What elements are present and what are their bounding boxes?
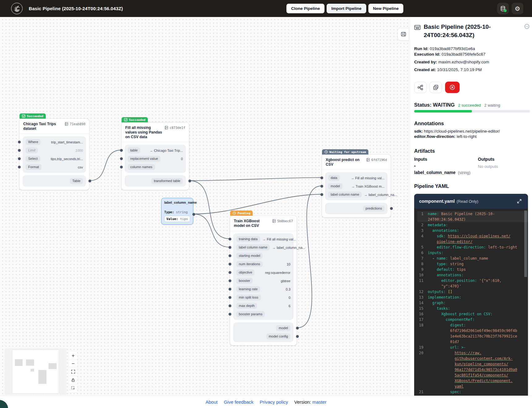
editor-scrollbar[interactable] (524, 210, 527, 277)
param-label: learning rate (236, 286, 260, 292)
version-link[interactable]: master (312, 399, 327, 405)
input-handle[interactable] (229, 246, 231, 249)
fit-view-button[interactable] (69, 368, 77, 376)
pipeline-node-xgb[interactable]: Waiting for upstreamXgboost predict on C… (322, 154, 391, 218)
param-label: booster params (236, 311, 265, 317)
input-handle[interactable] (229, 271, 231, 274)
input-handle[interactable] (18, 157, 21, 160)
zoom-in-button[interactable]: + (69, 352, 77, 360)
input-handle[interactable] (120, 166, 123, 168)
component-hash: 71eab890 (65, 122, 85, 126)
pipeline-node-fill[interactable]: SucceededFill all missing values using P… (121, 122, 189, 190)
input-handle[interactable] (229, 296, 231, 299)
minimap-node (26, 359, 34, 366)
zoom-out-button[interactable]: − (69, 360, 77, 368)
line-number: 8 (417, 261, 428, 267)
input-handle[interactable] (229, 254, 231, 257)
line-number (417, 328, 428, 345)
app-logo-icon[interactable] (11, 3, 23, 14)
status-badge: Pending (230, 210, 253, 216)
privacy-policy-link[interactable]: Privacy policy (260, 399, 288, 405)
output-handle[interactable] (188, 180, 191, 182)
line-number: 19 (417, 345, 428, 350)
param-value: gbtree (278, 279, 290, 283)
input-handle[interactable] (229, 313, 231, 316)
code-line: 20https://raw.​githubusercontent.com/​Ar… (417, 350, 528, 389)
component-hash: 5b8bec67 (272, 219, 293, 223)
component-hash: 6fd7196d (366, 158, 387, 162)
input-handle[interactable] (120, 149, 123, 152)
input-node-title: label_column_name (164, 201, 190, 204)
input-handle[interactable] (18, 166, 21, 168)
output-row: transformed table (128, 178, 183, 184)
input-handle[interactable] (229, 304, 231, 307)
input-handle[interactable] (229, 279, 231, 282)
output-handle[interactable] (296, 327, 299, 329)
code-line: 14graph: (417, 300, 528, 306)
param-label: label column name (236, 244, 270, 250)
cancel-run-button[interactable] (445, 82, 460, 93)
pipeline-node-train[interactable]: PendingTrain XGBoost model on CSV5b8bec6… (230, 215, 297, 346)
input-row: data→ Fill all missing val... (328, 175, 384, 181)
input-handle[interactable] (320, 176, 323, 179)
database-status-button[interactable] (497, 3, 509, 14)
input-handle[interactable] (229, 263, 231, 266)
input-handle[interactable] (320, 185, 323, 188)
param-value: → Fill all missing val... (260, 237, 296, 241)
run-details-sidebar: Basic Pipeline (2025-10-24T00:24:56.043Z… (409, 17, 532, 396)
yaml-code-area[interactable]: 1name: Basic Pipeline (2025-10-24T00:24:… (414, 209, 528, 396)
output-handle[interactable] (88, 180, 91, 182)
output-row: model (236, 325, 290, 331)
node-title: Fill all missing values using Pandas on … (125, 125, 162, 139)
input-row: label column name→ label_column_na... (328, 192, 384, 198)
status-badge: Succeeded (19, 113, 46, 119)
clone-pipeline-button[interactable]: Clone Pipeline (286, 4, 324, 13)
settings-gear-button[interactable]: ⚙ (512, 3, 523, 14)
line-number: 10 (417, 272, 428, 278)
pipeline-node-chicago[interactable]: SucceededChicago Taxi Trips dataset71eab… (19, 118, 89, 190)
code-line: 13implementation: (417, 295, 528, 300)
about-link[interactable]: About (205, 399, 217, 405)
minimap-node (49, 363, 57, 369)
pipeline-canvas[interactable]: SucceededChicago Taxi Trips dataset71eab… (0, 17, 409, 396)
clone-run-button[interactable] (430, 82, 442, 93)
progress-bar (414, 110, 530, 113)
node-header: Xgboost predict on CSV6fd7196d (322, 155, 391, 170)
node-inputs-section: data→ Fill all missing val...model→ Trai… (325, 172, 388, 200)
code-line: 2metadata: (417, 222, 528, 228)
param-label: Select (26, 156, 40, 162)
input-handle[interactable] (18, 141, 21, 143)
graph-input-node-label[interactable]: label_column_nameType: stringValue: tips (161, 198, 193, 225)
annotations-heading: Annotations (414, 121, 530, 126)
input-handle[interactable] (18, 149, 21, 152)
output-handle[interactable] (296, 335, 299, 338)
minimap-node (38, 370, 46, 384)
input-handle[interactable] (320, 193, 323, 196)
input-row: Selecttips,trip_seconds,tri... (26, 156, 83, 162)
input-row: Formatcsv (26, 164, 83, 170)
selection-mode-button[interactable] (69, 384, 77, 392)
param-label: objective (236, 270, 255, 275)
code-line: 9default: tips (417, 267, 528, 272)
lock-button[interactable] (69, 376, 77, 384)
expand-editor-button[interactable] (516, 198, 523, 205)
param-value: trip_start_timestam... (49, 140, 83, 144)
input-node-value-field[interactable]: Value: tips (164, 216, 190, 222)
output-handle[interactable] (192, 213, 195, 216)
collapse-sidebar-button[interactable] (397, 28, 409, 40)
input-handle[interactable] (229, 238, 231, 240)
node-outputs-section: transformed table (125, 175, 186, 187)
code-line: 3annotations: (417, 228, 528, 233)
minimap-viewport[interactable] (12, 350, 59, 393)
input-handle[interactable] (229, 288, 231, 291)
output-handle[interactable] (390, 207, 393, 210)
new-pipeline-button[interactable]: New Pipeline (368, 4, 403, 13)
status-line: Status: WAITING 2 succeeded 2 waiting (414, 102, 530, 108)
give-feedback-link[interactable]: Give feedback (224, 399, 254, 405)
plus-icon: + (72, 353, 75, 359)
import-pipeline-button[interactable]: Import Pipeline (327, 4, 366, 13)
minimap[interactable] (5, 348, 66, 395)
view-graph-button[interactable] (414, 82, 427, 93)
progress-fill (414, 110, 472, 113)
input-handle[interactable] (120, 157, 123, 160)
